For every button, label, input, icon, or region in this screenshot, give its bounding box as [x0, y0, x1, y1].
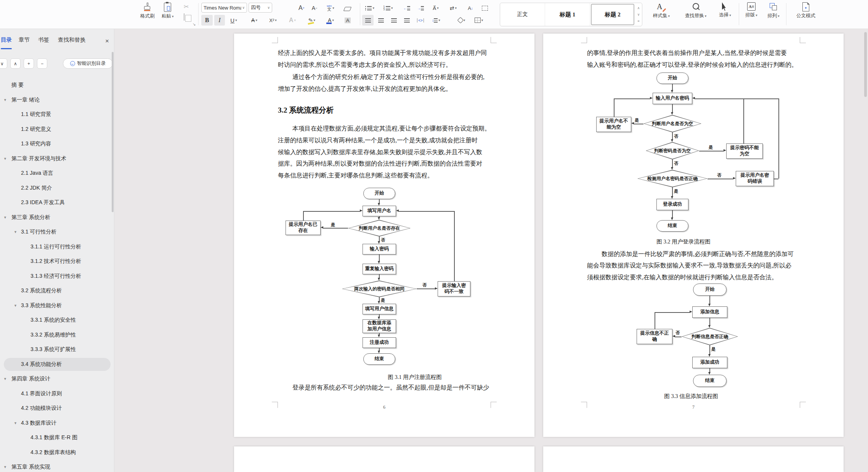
increase-indent-button[interactable]: →: [415, 3, 426, 13]
document-page-7[interactable]: 的事情,登录的作用主要代表着当前操作用户是某人,当然,登录的时候是需要 输入账号…: [543, 34, 844, 437]
document-page-8[interactable]: [234, 446, 534, 472]
toc-item[interactable]: 2.3 IDEA 开发工具: [0, 195, 114, 210]
line-spacing-button[interactable]: ↕▾: [428, 15, 444, 26]
collapse-triangle-icon[interactable]: ▼: [14, 421, 17, 425]
collapse-triangle-icon[interactable]: ▼: [14, 230, 17, 234]
format-painter-button[interactable]: 格式刷: [140, 3, 155, 19]
gallery-down-icon[interactable]: ∨: [637, 13, 640, 16]
arrange-button[interactable]: 排列▾: [763, 2, 784, 19]
swap-button[interactable]: ⇄▾: [446, 3, 460, 13]
align-right-button[interactable]: [388, 15, 400, 26]
toc-item-selected[interactable]: 3.4 系统功能分析: [0, 357, 114, 372]
toc-item[interactable]: 4.3.1 数据库 E-R 图: [0, 430, 114, 445]
tab-chapters[interactable]: 章节: [19, 36, 30, 47]
tab-toc[interactable]: 目录: [1, 36, 12, 47]
typeset-button[interactable]: A≡ 排版▾: [741, 2, 762, 18]
toc-item[interactable]: ▼3.3 系统性能分析: [0, 298, 114, 313]
justify-button[interactable]: [401, 15, 412, 26]
show-marks-button[interactable]: [479, 3, 491, 13]
style-heading1[interactable]: 标题 1: [545, 3, 590, 26]
toc-item[interactable]: 3.1.2 技术可行性分析: [0, 254, 114, 269]
collapse-triangle-icon[interactable]: ▼: [3, 377, 7, 381]
toc-item[interactable]: 2.1 Java 语言: [0, 166, 114, 181]
copy-button[interactable]: [184, 14, 185, 21]
close-sidebar-icon[interactable]: ×: [105, 37, 109, 45]
font-color-button[interactable]: A ▾: [323, 15, 339, 26]
gallery-up-icon[interactable]: ∧: [637, 6, 640, 10]
borders-button[interactable]: ▾: [471, 15, 486, 26]
toc-item[interactable]: 3.3.1 系统的安全性: [0, 313, 114, 328]
tab-bookmarks[interactable]: 书签: [38, 36, 49, 47]
toc-item[interactable]: 3.1.3 经济可行性分析: [0, 269, 114, 284]
sidebar-scrollbar[interactable]: [112, 52, 114, 212]
align-left-button[interactable]: [362, 15, 374, 26]
phonetic-guide-button[interactable]: wén文 ▾: [322, 3, 339, 13]
toc-item[interactable]: 3.3.3 系统可扩展性: [0, 342, 114, 357]
character-shading-button[interactable]: A: [342, 15, 353, 26]
collapse-triangle-icon[interactable]: ▼: [3, 157, 7, 161]
official-doc-mode-button[interactable]: ✦ 公文模式: [791, 2, 821, 19]
gallery-expand-icon[interactable]: ≡: [637, 19, 639, 23]
bullet-list-button[interactable]: ▾: [363, 3, 377, 13]
strikethrough-button[interactable]: A▾: [247, 15, 262, 26]
underline-button[interactable]: U▾: [226, 15, 241, 26]
toc-item[interactable]: 3.2 系统流程分析: [0, 284, 114, 298]
toc-item[interactable]: ▼第二章 开发环境与技术: [0, 151, 114, 166]
toc-item[interactable]: 4.2 功能模块设计: [0, 401, 114, 416]
clipboard-dialog-launcher[interactable]: ↘: [193, 22, 196, 26]
document-scrollbar[interactable]: [864, 32, 867, 97]
font-size-select[interactable]: 四号 ∨: [249, 3, 272, 13]
document-page-6[interactable]: 经济上面的投入是不需要太多的。项目功能属于常规功能,没有多并发超用户同 时访问的…: [234, 34, 534, 437]
italic-button[interactable]: I: [214, 15, 225, 26]
paste-button[interactable]: 粘贴▾: [162, 3, 174, 19]
toc-item[interactable]: 4.3.2 数据库表结构: [0, 445, 114, 460]
toc-item[interactable]: 1.2 研究意义: [0, 122, 114, 137]
bold-button[interactable]: B: [201, 15, 213, 26]
find-replace-button[interactable]: 查找替换▾: [679, 2, 713, 19]
text-effects-button[interactable]: A▾: [285, 15, 300, 26]
toc-zoom-out-button[interactable]: −: [37, 58, 47, 69]
toc-item[interactable]: ▼3.1 可行性分析: [0, 225, 114, 240]
toc-item[interactable]: ▼第四章 系统设计: [0, 372, 114, 387]
collapse-triangle-icon[interactable]: ▼: [3, 216, 7, 219]
toc-item[interactable]: ▼第一章 绪论: [0, 93, 114, 108]
document-page-9[interactable]: [543, 446, 844, 472]
toc-item[interactable]: ▼4.3 数据库设计: [0, 416, 114, 431]
toc-item[interactable]: 4.1 界面设计原则: [0, 387, 114, 401]
toc-zoom-in-button[interactable]: +: [24, 58, 34, 69]
text-direction-button[interactable]: A⃗▾: [428, 3, 443, 13]
increase-font-button[interactable]: A+: [296, 3, 307, 13]
select-button[interactable]: 选择▾: [714, 2, 736, 18]
toc-item[interactable]: 摘 要: [0, 78, 114, 93]
tab-find-replace[interactable]: 查找和替换: [58, 36, 86, 47]
highlight-color-button[interactable]: ✎ ▾: [304, 15, 319, 26]
toc-item[interactable]: 1.1 研究背景: [0, 107, 114, 122]
gallery-scroll[interactable]: ∧∨≡: [635, 3, 642, 26]
numbered-list-button[interactable]: 123▾: [381, 3, 395, 13]
toc-item[interactable]: ▼第五章 系统实现: [0, 460, 114, 472]
sort-button[interactable]: A↓: [464, 3, 477, 13]
collapse-triangle-icon[interactable]: ▼: [3, 98, 7, 102]
toc-item[interactable]: ▼第三章 系统分析: [0, 210, 114, 225]
collapse-triangle-icon[interactable]: ▼: [14, 304, 17, 308]
toc-expand-button[interactable]: ∧: [10, 58, 21, 69]
cut-button[interactable]: ✂: [184, 3, 189, 10]
decrease-font-button[interactable]: A−: [309, 3, 320, 13]
document-canvas[interactable]: 经济上面的投入是不需要太多的。项目功能属于常规功能,没有多并发超用户同 时访问的…: [115, 29, 868, 472]
toc-item[interactable]: 3.3.2 系统易维护性: [0, 328, 114, 343]
style-normal[interactable]: 正文: [500, 3, 545, 26]
align-center-button[interactable]: [375, 15, 387, 26]
smart-toc-button[interactable]: 智能识别目录: [63, 58, 113, 69]
clear-format-button[interactable]: [342, 3, 353, 14]
distribute-button[interactable]: <>: [414, 15, 427, 26]
toc-item[interactable]: 3.1.1 运行可行性分析: [0, 240, 114, 255]
shading-fill-button[interactable]: ▾: [454, 15, 469, 26]
style-heading2-selected[interactable]: 标题 2: [591, 4, 634, 25]
style-set-button[interactable]: A 样式集▾: [649, 2, 674, 19]
toc-item[interactable]: 2.2 JDK 简介: [0, 181, 114, 196]
superscript-button[interactable]: X²▾: [265, 15, 281, 26]
collapse-triangle-icon[interactable]: ▼: [3, 465, 7, 469]
toc-collapse-button[interactable]: ∨: [0, 58, 7, 69]
decrease-indent-button[interactable]: ←: [401, 3, 412, 13]
toc-item[interactable]: 1.3 研究内容: [0, 137, 114, 151]
